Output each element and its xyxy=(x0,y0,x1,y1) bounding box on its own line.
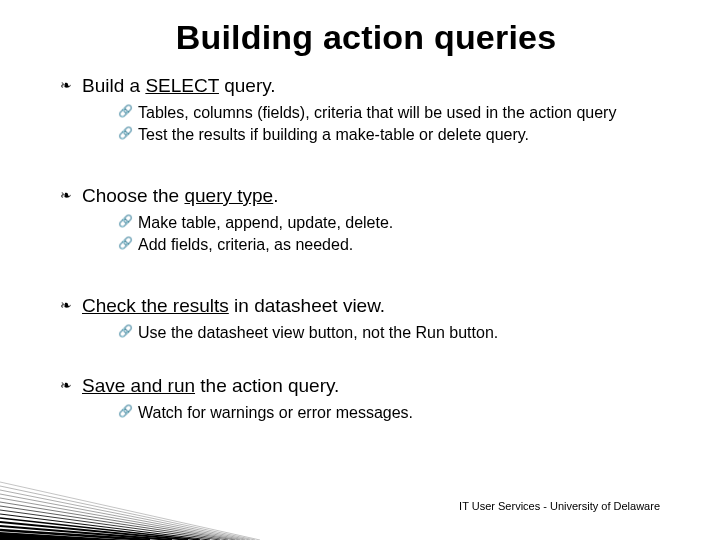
svg-marker-14 xyxy=(0,532,130,540)
lead-prefix: Build a xyxy=(82,75,145,96)
lead-underline: SELECT xyxy=(145,75,219,96)
bullet-lead: Save and run the action query. xyxy=(82,375,339,396)
svg-line-2 xyxy=(0,486,255,540)
lead-underline: Check the results xyxy=(82,295,229,316)
svg-line-6 xyxy=(0,502,235,540)
svg-line-3 xyxy=(0,490,250,540)
spacer xyxy=(60,347,672,375)
spacer xyxy=(60,259,672,295)
footer-text: IT User Services - University of Delawar… xyxy=(459,500,660,512)
page-title: Building action queries xyxy=(60,18,672,57)
bullet-lead: Check the results in datasheet view. xyxy=(82,295,385,316)
sub-list: Tables, columns (fields), criteria that … xyxy=(118,103,672,145)
svg-line-1 xyxy=(0,482,260,540)
slide: Building action queries Build a SELECT q… xyxy=(0,0,720,540)
corner-decoration xyxy=(0,476,260,540)
sub-list: Watch for warnings or error messages. xyxy=(118,403,672,423)
svg-line-4 xyxy=(0,494,245,540)
bullet-item: Check the results in datasheet view. Use… xyxy=(60,295,672,343)
sub-item: Watch for warnings or error messages. xyxy=(118,403,672,423)
lead-underline: Save and run xyxy=(82,375,195,396)
sub-item: Use the datasheet view button, not the R… xyxy=(118,323,672,343)
sub-item: Add fields, criteria, as needed. xyxy=(118,235,672,255)
lead-suffix: . xyxy=(273,185,278,206)
lead-underline: query type xyxy=(184,185,273,206)
spacer xyxy=(60,149,672,185)
svg-line-5 xyxy=(0,498,240,540)
lead-prefix: Choose the xyxy=(82,185,184,206)
sub-item: Tables, columns (fields), criteria that … xyxy=(118,103,672,123)
sub-list: Use the datasheet view button, not the R… xyxy=(118,323,672,343)
svg-line-10 xyxy=(0,518,200,540)
lead-suffix: the action query. xyxy=(195,375,339,396)
lead-suffix: query. xyxy=(219,75,276,96)
svg-line-7 xyxy=(0,506,228,540)
sub-item: Test the results if building a make-tabl… xyxy=(118,125,672,145)
sub-list: Make table, append, update, delete. Add … xyxy=(118,213,672,255)
lead-suffix: in datasheet view. xyxy=(229,295,385,316)
sub-item: Make table, append, update, delete. xyxy=(118,213,672,233)
svg-line-8 xyxy=(0,510,220,540)
bullet-lead: Build a SELECT query. xyxy=(82,75,276,96)
bullet-item: Save and run the action query. Watch for… xyxy=(60,375,672,423)
svg-marker-0 xyxy=(0,486,260,540)
svg-line-11 xyxy=(0,522,188,540)
svg-line-12 xyxy=(0,526,172,540)
bullet-item: Choose the query type. Make table, appen… xyxy=(60,185,672,255)
bullet-item: Build a SELECT query. Tables, columns (f… xyxy=(60,75,672,145)
svg-line-9 xyxy=(0,514,210,540)
bullet-lead: Choose the query type. xyxy=(82,185,278,206)
svg-line-13 xyxy=(0,530,150,540)
bullet-list: Build a SELECT query. Tables, columns (f… xyxy=(60,75,672,423)
